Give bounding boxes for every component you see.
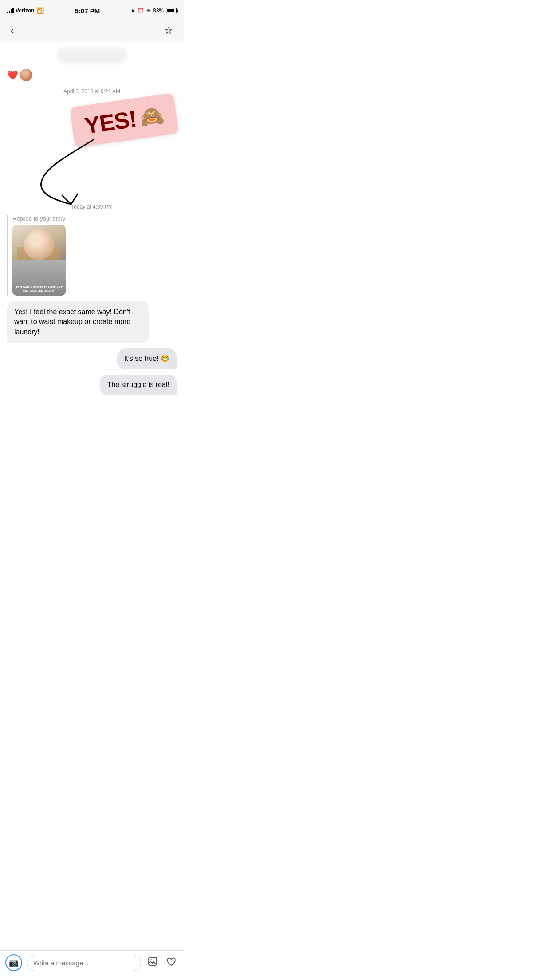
time-display: 5:07 PM: [75, 7, 100, 15]
story-text-overlay: LET'S TAKE A MINUTE TO LOOK PAST THE "LA…: [14, 286, 64, 293]
status-bar: Verizon 📶 5:07 PM ➤ ⏰ ✳ 83%: [0, 0, 184, 20]
location-icon: ➤: [131, 8, 135, 14]
reactions-row: ❤️: [0, 67, 184, 85]
status-left: Verizon 📶: [7, 7, 44, 14]
wifi-icon: 📶: [36, 7, 44, 14]
message-right-2: The struggle is real!: [0, 373, 184, 399]
bubble-right-2: The struggle is real!: [100, 375, 177, 395]
chat-area: ❤️ April 3, 2018 at 9:21 AM YES! 🙈 Today…: [0, 42, 184, 434]
heart-reaction-icon: ❤️: [7, 70, 18, 80]
arrow-drawing: [0, 135, 184, 206]
status-right: ➤ ⏰ ✳ 83%: [131, 8, 177, 14]
header-nav: ‹ ☆: [0, 20, 184, 42]
back-button[interactable]: ‹: [7, 23, 17, 38]
bubble-right-1: It's so true! 😂: [117, 348, 177, 369]
carrier-label: Verizon: [16, 8, 35, 14]
monkey-emoji-icon: 🙈: [138, 103, 165, 130]
message-left: Yes! I feel the exact same way! Don't wa…: [0, 299, 184, 347]
story-reply-section: Replied to your story LET'S TAKE A MINUT…: [0, 215, 184, 299]
arrow-svg-icon: [0, 135, 184, 206]
favorite-button[interactable]: ☆: [161, 23, 177, 38]
face-decoration: [12, 229, 66, 260]
story-image[interactable]: LET'S TAKE A MINUTE TO LOOK PAST THE "LA…: [12, 225, 66, 296]
bluetooth-icon: ✳: [146, 8, 151, 14]
battery-percent: 83%: [153, 8, 164, 14]
avatar: [20, 69, 32, 81]
message-right-1: It's so true! 😂: [0, 347, 184, 372]
bubble-left: Yes! I feel the exact same way! Don't wa…: [7, 301, 149, 343]
signal-bars-icon: [7, 8, 14, 13]
yes-text: YES!: [83, 106, 138, 139]
blurred-message: [0, 42, 184, 67]
battery-icon: [166, 8, 177, 13]
replied-label: Replied to your story: [12, 215, 177, 222]
alarm-icon: ⏰: [138, 8, 144, 14]
